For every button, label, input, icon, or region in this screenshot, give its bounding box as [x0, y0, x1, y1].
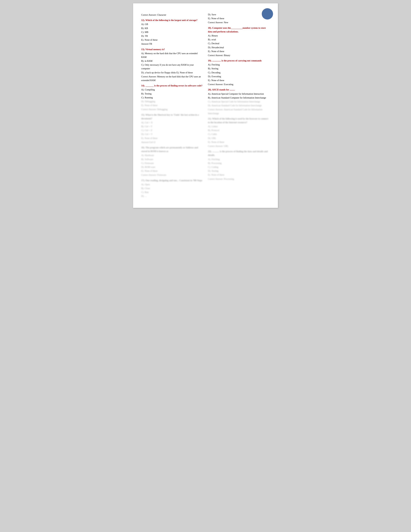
list-item: B). American Standard Computer for Infor…: [208, 96, 270, 100]
list-item: Correct Answer: Firmware: [141, 173, 203, 177]
list-item: E). None of these: [208, 140, 270, 144]
list-item: 14). _______ is the process of finding e…: [141, 84, 203, 87]
list-item: A). Ctrl + X: [141, 121, 203, 124]
list-item: E). None of these: [141, 169, 203, 173]
list-item: A). Linker: [208, 125, 270, 128]
list-item: Correct Answer: Memory on the hard disk …: [141, 75, 203, 82]
list-item: Answer:Ctrl+Z: [141, 140, 203, 144]
page: Correct Answer: Character12). Which of t…: [133, 3, 278, 208]
list-item: E). None of these: [141, 38, 203, 42]
list-item: D). TB: [141, 34, 203, 38]
list-item: C). Coding: [208, 165, 270, 169]
list-item: C). Decoding: [208, 71, 270, 75]
list-item: B). in RAM: [141, 59, 203, 63]
list-item: B). Storing: [208, 67, 270, 70]
list-item: E). None of these: [208, 17, 270, 20]
list-item: B). KB: [141, 27, 203, 30]
list-item: Correct Answer: Character: [141, 13, 203, 17]
list-item: D). Ctrl + V: [141, 132, 203, 136]
list-item: C). Decimal: [208, 42, 270, 45]
list-item: B). Ctrl + Y: [141, 125, 203, 128]
list-item: C). Cable: [208, 132, 270, 136]
list-item: D). Save: [208, 13, 270, 17]
list-item: C). Running: [141, 96, 203, 99]
list-item: 13). Virtual memory is?: [141, 48, 203, 51]
list-item: E). None of these: [208, 78, 270, 82]
list-item: D). Executing: [208, 75, 270, 78]
list-item: A). GB: [141, 22, 203, 26]
list-item: B). Protocol: [208, 128, 270, 132]
list-item: D). ROM ware: [141, 165, 203, 169]
list-item: Correct Answer: New: [208, 21, 270, 24]
list-item: 17). One reading, designing and one... C…: [141, 179, 203, 182]
list-item: Correct Answer: American Standard Code f…: [208, 108, 270, 115]
list-item: A). Compiling: [141, 88, 203, 92]
list-item: D). Storing: [208, 169, 270, 173]
list-item: 22). ............ is the process of find…: [208, 150, 270, 157]
list-item: Correct Answer: Debugging: [141, 107, 203, 111]
list-item: A). American Special Computer for Inform…: [208, 92, 270, 96]
list-item: A). Hardware: [141, 153, 203, 157]
list-item: B). Processing: [208, 161, 270, 165]
list-item: A). Open: [141, 183, 203, 186]
list-item: 12). Which of the following is the large…: [141, 18, 203, 22]
list-item: B). octal: [208, 38, 270, 41]
list-item: A). Memory on the hard disk that the CPU…: [141, 52, 203, 59]
list-item: A). Binary: [208, 34, 270, 38]
list-item: D). URL: [208, 136, 270, 140]
list-item: B). Close: [141, 187, 203, 190]
list-item: A). Fetching: [208, 158, 270, 161]
list-item: 20). ASCII stands for .........: [208, 88, 270, 92]
list-item: C). Ctrl + Z: [141, 128, 203, 132]
list-item: A). Fetching: [208, 63, 270, 66]
list-item: C). Only necessary if you do not have an…: [141, 63, 203, 70]
list-item: E). None of these: [141, 136, 203, 140]
list-item: C). Run: [141, 190, 203, 194]
list-item: 19). ............... is the process of c…: [208, 59, 270, 63]
list-item: Correct Answer: Binary: [208, 54, 270, 57]
list-item: D). ...: [141, 194, 203, 198]
list-item: D). a back up device for floppy disks E)…: [141, 71, 203, 75]
list-item: D). American Standard Code for Informati…: [208, 104, 270, 107]
right-column: D). SaveE). None of theseCorrect Answer:…: [208, 13, 270, 198]
list-item: C). MB: [141, 30, 203, 34]
list-item: Correct Answer: Processing: [208, 177, 270, 181]
list-item: 18). Computer uses the__________number s…: [208, 26, 270, 34]
list-item: E). None of these: [208, 173, 270, 177]
list-item: Correct Answer: URL: [208, 144, 270, 148]
list-item: Correct Answer: Executing: [208, 83, 270, 86]
list-item: B). Software: [141, 158, 203, 161]
list-item: D). Hexadecimal: [208, 46, 270, 49]
list-item: 16). The program which are permanently o…: [141, 146, 203, 153]
list-item: C). Firmware: [141, 161, 203, 165]
list-item: 21). Which of the following is used by t…: [208, 117, 270, 124]
list-item: B). Testing: [141, 92, 203, 95]
list-item: C). American Special Code for Informatio…: [208, 100, 270, 104]
left-column: Correct Answer: Character12). Which of t…: [141, 13, 203, 198]
list-item: 15). What is the Shortcut key to 'Undo' …: [141, 113, 203, 120]
list-item: E). None of these: [141, 104, 203, 107]
list-item: Answer:TB: [141, 42, 203, 46]
content-area: Correct Answer: Character12). Which of t…: [141, 13, 270, 198]
list-item: E). None of these: [208, 49, 270, 53]
year-badge: [262, 8, 273, 19]
list-item: D). Debugging: [141, 100, 203, 103]
